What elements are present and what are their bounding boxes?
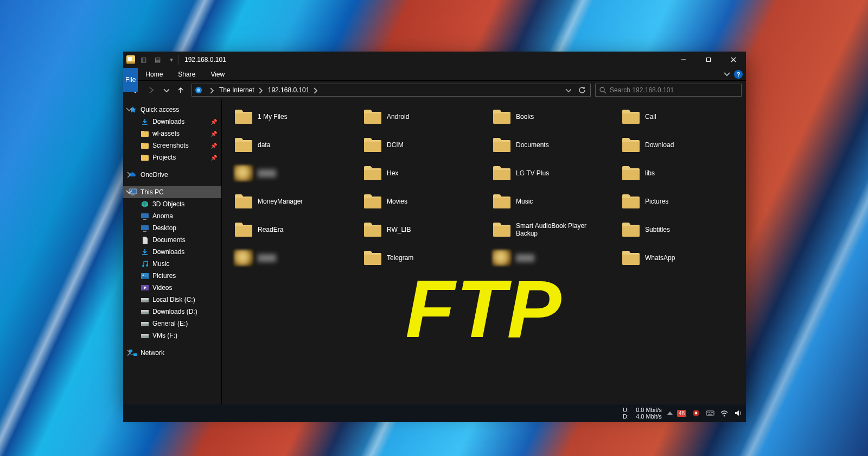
folder-label: Movies <box>387 198 407 205</box>
window-body: Quick access Downloads📌wl-assets📌Screens… <box>123 99 746 404</box>
nav-pc-item[interactable]: Documents <box>123 234 221 246</box>
folder-label: Subtitles <box>645 226 670 233</box>
nav-pc-item[interactable]: Music <box>123 258 221 270</box>
nav-pc-item[interactable]: Local Disk (C:) <box>123 294 221 306</box>
folder-item[interactable]: Telegram <box>361 246 486 270</box>
file-list[interactable]: 1 My FilesAndroidBooksCalldataDCIMDocume… <box>222 99 746 404</box>
nav-item-icon <box>141 224 149 232</box>
tray-keyboard-icon[interactable] <box>706 409 714 417</box>
folder-item[interactable]: ReadEra <box>232 218 356 242</box>
svg-rect-19 <box>141 310 149 312</box>
nav-onedrive[interactable]: OneDrive <box>123 169 221 181</box>
folder-item[interactable]: Music <box>490 189 615 213</box>
svg-point-2 <box>197 88 200 92</box>
folder-item[interactable]: MoneyManager <box>232 189 356 213</box>
nav-pc-item[interactable]: 3D Objects <box>123 198 221 210</box>
nav-pc-item[interactable]: Downloads (D:) <box>123 306 221 318</box>
nav-pc-item[interactable]: VMs (F:) <box>123 330 221 341</box>
folder-item[interactable]: Hex <box>361 161 486 185</box>
folder-item[interactable]: ████ <box>232 161 356 185</box>
tab-file[interactable]: File <box>123 68 138 92</box>
app-icon <box>126 55 135 64</box>
nav-pc-item[interactable]: Downloads <box>123 246 221 258</box>
folder-item[interactable]: Call <box>619 105 744 129</box>
folder-item[interactable]: Android <box>361 105 486 129</box>
tray-app-icon[interactable] <box>692 409 700 417</box>
nav-up-button[interactable] <box>174 84 187 97</box>
ribbon-expand-icon[interactable] <box>723 71 731 78</box>
address-dropdown-button[interactable] <box>562 84 574 96</box>
folder-item[interactable]: Smart AudioBook Player Backup <box>490 218 615 242</box>
folder-icon <box>492 193 512 210</box>
tab-view[interactable]: View <box>203 68 232 80</box>
help-icon[interactable]: ? <box>734 70 743 79</box>
nav-quick-access[interactable]: Quick access <box>123 104 221 116</box>
folder-item[interactable]: Books <box>490 105 615 129</box>
folder-item[interactable]: LG TV Plus <box>490 161 615 185</box>
folder-item[interactable]: DCIM <box>361 133 486 157</box>
folder-label: Pictures <box>645 198 668 205</box>
search-input[interactable]: Search 192.168.0.101 <box>595 84 742 97</box>
nav-item-label: Downloads (D:) <box>152 308 197 315</box>
nav-pc-item[interactable]: Pictures <box>123 270 221 282</box>
nav-pc-item[interactable]: General (E:) <box>123 318 221 330</box>
folder-label: Books <box>516 113 534 121</box>
tray-overflow-icon[interactable] <box>667 411 673 415</box>
svg-point-10 <box>142 265 144 267</box>
nav-recent-button[interactable] <box>162 84 170 97</box>
address-bar[interactable]: The Internet 192.168.0.101 <box>192 84 591 97</box>
folder-label: Hex <box>387 169 398 177</box>
nav-item-label: Downloads <box>152 248 184 256</box>
folder-item[interactable]: data <box>232 133 356 157</box>
tray-wifi-icon[interactable] <box>720 409 729 417</box>
breadcrumb-root-label: The Internet <box>219 86 254 94</box>
folder-item[interactable]: ████ <box>490 246 615 270</box>
folder-item[interactable]: WhatsApp <box>619 246 744 270</box>
address-refresh-button[interactable] <box>576 84 588 96</box>
navigation-pane[interactable]: Quick access Downloads📌wl-assets📌Screens… <box>123 99 222 404</box>
folder-item[interactable]: Pictures <box>619 189 744 213</box>
nav-pc-item[interactable]: Videos <box>123 282 221 294</box>
breadcrumb-current[interactable]: 192.168.0.101 <box>266 86 321 94</box>
nav-quick-item[interactable]: Projects📌 <box>123 151 221 163</box>
nav-this-pc[interactable]: This PC <box>123 186 221 198</box>
nav-quick-item[interactable]: Screenshots📌 <box>123 140 221 151</box>
folder-item[interactable]: Download <box>619 133 744 157</box>
search-icon <box>599 86 607 94</box>
folder-item[interactable]: Documents <box>490 133 615 157</box>
nav-pc-item[interactable]: Desktop <box>123 222 221 234</box>
nav-forward-button[interactable] <box>145 84 158 97</box>
maximize-button[interactable] <box>696 52 721 68</box>
nav-network[interactable]: Network <box>123 347 221 359</box>
breadcrumb-chevron[interactable] <box>206 87 217 93</box>
folder-item[interactable]: 1 My Files <box>232 105 356 129</box>
folder-item[interactable]: RW_LIB <box>361 218 486 242</box>
folder-item[interactable]: Subtitles <box>619 218 744 242</box>
title-bar[interactable]: ▥ ▤ ▾ 192.168.0.101 <box>123 52 746 68</box>
nav-onedrive-label: OneDrive <box>141 171 168 179</box>
system-tray: 48 <box>677 409 743 417</box>
folder-item[interactable]: libs <box>619 161 744 185</box>
qat-properties-icon[interactable]: ▥ <box>137 54 149 66</box>
tray-update-badge[interactable]: 48 <box>677 410 686 417</box>
folder-label: data <box>258 141 270 149</box>
folder-item[interactable]: ████ <box>232 246 356 270</box>
folder-icon <box>621 250 641 266</box>
qat-customize-icon[interactable]: ▾ <box>165 54 177 66</box>
svg-point-11 <box>146 264 148 267</box>
close-button[interactable] <box>721 52 746 68</box>
nav-pc-item[interactable]: Anoma <box>123 210 221 222</box>
tray-volume-icon[interactable] <box>734 409 743 417</box>
pin-icon: 📌 <box>210 143 217 149</box>
tab-share[interactable]: Share <box>170 68 203 80</box>
folder-icon <box>363 165 382 181</box>
nav-quick-item[interactable]: Downloads📌 <box>123 116 221 128</box>
nav-quick-item[interactable]: wl-assets📌 <box>123 128 221 140</box>
qat-newfolder-icon[interactable]: ▤ <box>151 54 163 66</box>
minimize-button[interactable] <box>671 52 696 68</box>
folder-item[interactable]: Movies <box>361 189 486 213</box>
tab-home[interactable]: Home <box>138 68 170 80</box>
folder-icon <box>621 137 641 153</box>
taskbar[interactable]: U: 0.0 Mbit/s D: 4.0 Mbit/s 48 <box>123 404 746 422</box>
breadcrumb-root[interactable]: The Internet <box>217 86 266 94</box>
